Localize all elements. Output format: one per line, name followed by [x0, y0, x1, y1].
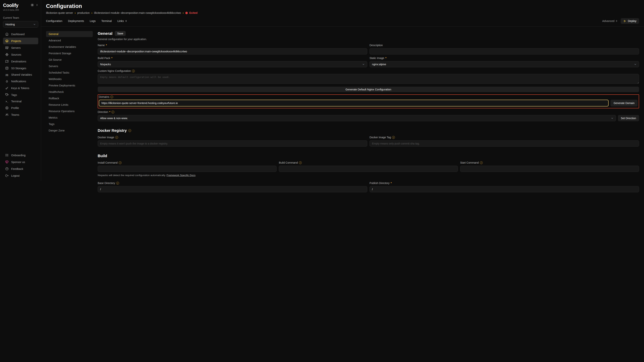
sidebar: Coolify v4.0.0-beta.399 Current Team Hos… — [0, 0, 41, 181]
server-icon — [5, 46, 9, 49]
git-source-icon — [5, 53, 9, 56]
sidebar-collapse-chevrons-icon[interactable] — [36, 4, 38, 6]
subnav-item-git-source[interactable]: Git Source — [46, 57, 93, 63]
sidebar-item-onboarding[interactable]: Onboarding — [3, 152, 38, 158]
subnav-item-resource-operations[interactable]: Resource Operations — [46, 108, 93, 114]
sidebar-item-label: Sources — [11, 53, 21, 56]
sidebar-item-terminal[interactable]: >_ Terminal — [3, 98, 38, 104]
sidebar-item-label: Feedback — [11, 167, 23, 170]
status-dot-icon — [185, 12, 188, 14]
subnav-item-general[interactable]: General — [46, 31, 93, 37]
sidebar-item-profile[interactable]: Profile — [3, 105, 38, 111]
breadcrumb-application[interactable]: illicitestonion/-module--decomposition:m… — [94, 11, 181, 14]
sidebar-item-teams[interactable]: Teams — [3, 111, 38, 118]
general-form: General Save General configuration for y… — [98, 31, 322, 181]
sidebar-item-label: Destinations — [11, 60, 26, 63]
install-command-input[interactable] — [98, 166, 276, 172]
subnav-item-danger-zone[interactable]: Danger Zone — [46, 127, 93, 133]
sidebar-item-notifications[interactable]: Notifications — [3, 78, 38, 84]
build-pack-value: Nixpacks — [100, 63, 111, 66]
required-asterisk: * — [109, 110, 110, 113]
section-title: General — [98, 31, 112, 36]
sidebar-item-projects[interactable]: Projects — [3, 38, 38, 44]
tab-deployments[interactable]: Deployments — [68, 19, 84, 22]
tab-configuration[interactable]: Configuration — [46, 19, 62, 22]
save-button[interactable]: Save — [115, 31, 126, 36]
nixpacks-note: Nixpacks will detect the required config… — [98, 174, 166, 177]
sidebar-item-label: Tags — [11, 93, 17, 96]
status-text: Exited — [189, 11, 198, 14]
subnav-item-servers[interactable]: Servers — [46, 63, 93, 69]
build-pack-select[interactable]: Nixpacks — [98, 61, 322, 67]
bell-icon — [5, 79, 9, 83]
team-select[interactable]: Hosting — [3, 21, 38, 28]
terminal-icon: >_ — [5, 100, 9, 103]
sidebar-item-s3-storages[interactable]: S3 Storages — [3, 65, 38, 71]
subnav-item-tags[interactable]: Tags — [46, 121, 93, 127]
sidebar-item-keys-tokens[interactable]: Keys & Tokens — [3, 85, 38, 91]
info-icon[interactable]: i — [112, 111, 114, 113]
sidebar-item-label: Servers — [11, 46, 21, 49]
sidebar-item-shared-variables[interactable]: (x) Shared Variables — [3, 72, 38, 78]
app-version: v4.0.0-beta.399 — [3, 9, 19, 11]
sidebar-item-feedback[interactable]: Feedback — [3, 165, 38, 172]
subnav-item-webhooks[interactable]: Webhooks — [46, 76, 93, 82]
main-area: Configuration illicitonion quote server … — [41, 0, 322, 181]
sidebar-item-label: Terminal — [11, 100, 22, 103]
name-label: Name — [98, 44, 105, 47]
tab-terminal[interactable]: Terminal — [101, 19, 112, 22]
sidebar-item-sponsor-us[interactable]: Sponsor us — [3, 159, 38, 165]
build-command-label: Build Command — [279, 161, 298, 164]
tab-links[interactable]: Links — [117, 19, 127, 22]
subnav-item-rollback[interactable]: Rollback — [46, 95, 93, 101]
info-icon[interactable]: i — [110, 95, 113, 98]
sidebar-item-servers[interactable]: Servers — [3, 44, 38, 51]
info-icon[interactable]: i — [115, 136, 118, 139]
subnav-item-metrics[interactable]: Metrics — [46, 115, 93, 121]
subnav-item-advanced[interactable]: Advanced — [46, 37, 93, 43]
generate-nginx-config-button[interactable]: Generate Default Nginx Configuration — [98, 87, 322, 92]
domains-input[interactable] — [99, 100, 322, 106]
chevron-right-icon: › — [92, 11, 92, 14]
info-icon[interactable]: i — [119, 161, 122, 164]
domains-label: Domains — [99, 95, 109, 98]
info-icon[interactable]: i — [299, 161, 302, 164]
name-input[interactable] — [98, 48, 322, 54]
tab-logs[interactable]: Logs — [90, 19, 96, 22]
config-subnav: General Advanced Environment Variables P… — [46, 31, 93, 181]
custom-nginx-textarea[interactable] — [98, 74, 322, 84]
sidebar-item-destinations[interactable]: Destinations — [3, 58, 38, 65]
tab-links-label: Links — [117, 19, 124, 22]
sidebar-item-logout[interactable]: Logout — [3, 172, 38, 179]
theme-toggle-sun-icon[interactable] — [31, 3, 34, 6]
sidebar-item-label: Projects — [11, 39, 21, 42]
status-badge: Exited — [185, 11, 198, 14]
sidebar-item-label: Logout — [11, 174, 20, 177]
subnav-item-healthcheck[interactable]: Healthcheck — [46, 89, 93, 95]
sidebar-item-label: Shared Variables — [11, 73, 32, 76]
subnav-item-resource-limits[interactable]: Resource Limits — [46, 102, 93, 108]
subnav-item-environment-variables[interactable]: Environment Variables — [46, 44, 93, 50]
info-icon[interactable]: i — [128, 129, 131, 132]
sidebar-item-label: Dashboard — [11, 33, 24, 36]
tags-icon — [5, 93, 9, 97]
breadcrumb-environment[interactable]: production — [77, 11, 90, 14]
breadcrumb: illicitonion quote server › production ›… — [46, 11, 322, 14]
subnav-item-preview-deployments[interactable]: Preview Deployments — [46, 82, 93, 88]
docker-image-input[interactable] — [98, 140, 322, 147]
framework-docs-link[interactable]: Framework Specific Docs — [166, 174, 196, 177]
sidebar-item-dashboard[interactable]: Dashboard — [3, 31, 38, 37]
database-icon — [5, 66, 9, 70]
user-circle-icon — [5, 106, 9, 110]
subnav-item-scheduled-tasks[interactable]: Scheduled Tasks — [46, 70, 93, 76]
breadcrumb-project[interactable]: illicitonion quote server — [46, 11, 73, 14]
sidebar-item-tags[interactable]: Tags — [3, 91, 38, 98]
subnav-item-persistent-storage[interactable]: Persistent Storage — [46, 50, 93, 56]
build-command-input[interactable] — [279, 166, 322, 172]
sidebar-item-label: Teams — [11, 113, 19, 116]
info-icon[interactable]: i — [132, 70, 135, 72]
sidebar-item-sources[interactable]: Sources — [3, 51, 38, 58]
sidebar-item-label: Keys & Tokens — [11, 87, 29, 90]
required-asterisk: * — [111, 56, 112, 59]
direction-select[interactable]: Allow www & non-www. — [98, 115, 322, 121]
